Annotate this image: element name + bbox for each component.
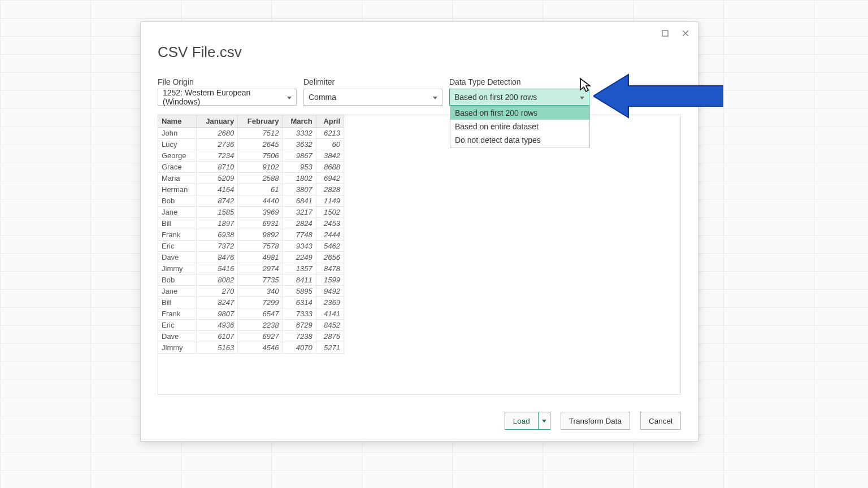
name-cell: John	[158, 128, 197, 139]
name-cell: Jimmy	[158, 263, 197, 274]
close-button[interactable]	[678, 25, 693, 41]
data-type-detection-value: Based on first 200 rows	[454, 93, 537, 102]
value-cell: 953	[283, 162, 316, 173]
table-row[interactable]: Jane1585396932171502	[158, 207, 344, 218]
value-cell: 7578	[238, 241, 283, 252]
value-cell: 7748	[283, 229, 316, 241]
annotation-arrow	[593, 69, 723, 123]
table-row[interactable]: John2680751233326213	[158, 128, 344, 139]
table-row[interactable]: Bob8742444068411149	[158, 195, 344, 207]
value-cell: 6107	[197, 331, 238, 342]
value-cell: 3332	[283, 128, 316, 139]
column-header: March	[283, 115, 316, 128]
table-row[interactable]: Jimmy5416297413578478	[158, 263, 344, 274]
transform-data-button[interactable]: Transform Data	[561, 412, 630, 430]
value-cell: 4546	[238, 342, 283, 354]
value-cell: 61	[238, 184, 283, 195]
value-cell: 2974	[238, 263, 283, 274]
value-cell: 2875	[316, 331, 344, 342]
table-row[interactable]: Frank6938989277482444	[158, 229, 344, 241]
table-row[interactable]: Eric4936223867298452	[158, 320, 344, 331]
delimiter-value: Comma	[309, 93, 336, 102]
name-cell: Grace	[158, 162, 197, 173]
column-header: February	[238, 115, 283, 128]
name-cell: Bob	[158, 195, 197, 207]
table-row[interactable]: Bill1897693128242453	[158, 218, 344, 229]
load-button[interactable]: Load	[505, 412, 538, 430]
value-cell: 4936	[197, 320, 238, 331]
value-cell: 5271	[316, 342, 344, 354]
value-cell: 5163	[197, 342, 238, 354]
value-cell: 8478	[316, 263, 344, 274]
file-origin-dropdown[interactable]: 1252: Western European (Windows)	[158, 89, 297, 106]
cancel-button[interactable]: Cancel	[640, 412, 681, 430]
column-header: January	[197, 115, 238, 128]
table-row[interactable]: Herman41646138072828	[158, 184, 344, 195]
value-cell: 1149	[316, 195, 344, 207]
value-cell: 4440	[238, 195, 283, 207]
value-cell: 1357	[283, 263, 316, 274]
value-cell: 5895	[283, 286, 316, 297]
value-cell: 6931	[238, 218, 283, 229]
option-first-200-rows[interactable]: Based on first 200 rows	[450, 106, 589, 120]
table-row[interactable]: Maria5209258818026942	[158, 173, 344, 184]
value-cell: 3217	[283, 207, 316, 218]
value-cell: 3632	[283, 139, 316, 150]
table-row[interactable]: Bob8082773584111599	[158, 274, 344, 286]
value-cell: 8710	[197, 162, 238, 173]
value-cell: 1599	[316, 274, 344, 286]
value-cell: 5209	[197, 173, 238, 184]
value-cell: 7372	[197, 241, 238, 252]
table-row[interactable]: Eric7372757893435462	[158, 241, 344, 252]
value-cell: 9867	[283, 150, 316, 162]
delimiter-dropdown[interactable]: Comma	[303, 89, 442, 106]
table-row[interactable]: Jimmy5163454640705271	[158, 342, 344, 354]
name-cell: Bill	[158, 218, 197, 229]
table-row[interactable]: Dave6107692772382875	[158, 331, 344, 342]
name-cell: Lucy	[158, 139, 197, 150]
cursor-icon	[579, 77, 592, 92]
table-row[interactable]: Dave8476498122492656	[158, 252, 344, 263]
value-cell: 9343	[283, 241, 316, 252]
value-cell: 2444	[316, 229, 344, 241]
table-row[interactable]: Lucy27362645363260	[158, 139, 344, 150]
table-row[interactable]: Jane27034058959492	[158, 286, 344, 297]
option-entire-dataset[interactable]: Based on entire dataset	[450, 120, 589, 133]
table-row[interactable]: Bill8247729963142369	[158, 297, 344, 308]
name-cell: Jane	[158, 286, 197, 297]
value-cell: 7299	[238, 297, 283, 308]
value-cell: 7506	[238, 150, 283, 162]
value-cell: 3969	[238, 207, 283, 218]
name-cell: Frank	[158, 308, 197, 320]
value-cell: 2824	[283, 218, 316, 229]
value-cell: 6547	[238, 308, 283, 320]
value-cell: 3842	[316, 150, 344, 162]
value-cell: 1585	[197, 207, 238, 218]
value-cell: 6729	[283, 320, 316, 331]
value-cell: 2645	[238, 139, 283, 150]
value-cell: 1502	[316, 207, 344, 218]
data-type-detection-dropdown[interactable]: Based on first 200 rows Based on first 2…	[449, 89, 589, 106]
value-cell: 4070	[283, 342, 316, 354]
value-cell: 3807	[283, 184, 316, 195]
value-cell: 6213	[316, 128, 344, 139]
titlebar	[657, 25, 693, 41]
load-split-button: Load	[505, 412, 550, 430]
maximize-button[interactable]	[657, 25, 673, 41]
value-cell: 2238	[238, 320, 283, 331]
value-cell: 8452	[316, 320, 344, 331]
value-cell: 7512	[238, 128, 283, 139]
value-cell: 1897	[197, 218, 238, 229]
value-cell: 9492	[316, 286, 344, 297]
load-dropdown-caret[interactable]	[538, 412, 550, 430]
value-cell: 7238	[283, 331, 316, 342]
table-row[interactable]: Grace871091029538688	[158, 162, 344, 173]
option-do-not-detect[interactable]: Do not detect data types	[450, 133, 589, 147]
value-cell: 6927	[238, 331, 283, 342]
table-row[interactable]: George7234750698673842	[158, 150, 344, 162]
value-cell: 6841	[283, 195, 316, 207]
name-cell: Maria	[158, 173, 197, 184]
table-row[interactable]: Frank9807654773334141	[158, 308, 344, 320]
preview-table: NameJanuaryFebruaryMarchApril John268075…	[158, 115, 344, 354]
value-cell: 5416	[197, 263, 238, 274]
